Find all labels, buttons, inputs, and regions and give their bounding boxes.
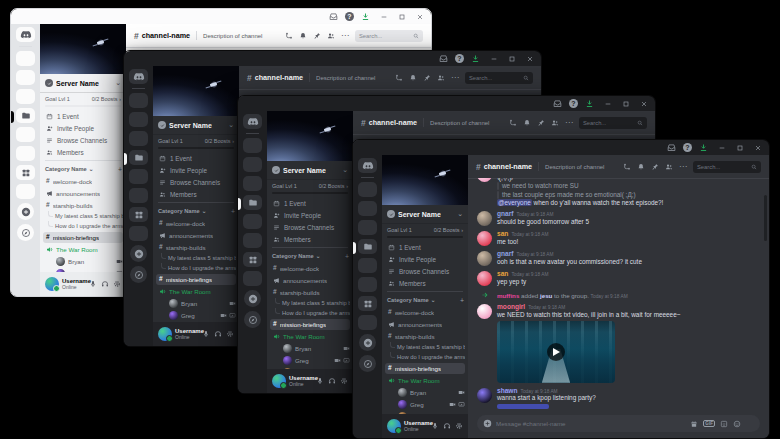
emoji-icon[interactable]: [733, 420, 741, 428]
chat-scrollbar[interactable]: [764, 195, 767, 241]
server-icon[interactable]: [358, 315, 377, 330]
minimize-button[interactable]: [380, 13, 388, 21]
server-icon[interactable]: [129, 131, 148, 146]
channel-welcome-dock[interactable]: #welcome-dock: [156, 218, 236, 229]
notifications-bell-icon[interactable]: [299, 32, 307, 40]
nav-item-members[interactable]: Members: [153, 188, 239, 200]
message-username[interactable]: gnarf: [497, 210, 513, 218]
nav-item-invite-people[interactable]: Invite People: [40, 122, 126, 134]
thread-item[interactable]: How do I upgrade the armor-...: [270, 308, 350, 318]
minimize-button[interactable]: [604, 100, 612, 108]
server-icon[interactable]: [243, 252, 262, 267]
update-icon[interactable]: [699, 143, 708, 152]
server-icon[interactable]: [16, 184, 35, 199]
thread-item[interactable]: My latest class 5 starship bui...: [156, 253, 236, 263]
search-input[interactable]: Search...: [465, 72, 533, 84]
inbox-icon[interactable]: [553, 99, 562, 108]
user-avatar[interactable]: [158, 327, 172, 341]
inbox-icon[interactable]: [667, 143, 676, 152]
message-input-bar[interactable]: Message #channel-name GIF: [477, 415, 760, 432]
search-input[interactable]: Search...: [693, 161, 761, 173]
help-icon[interactable]: ?: [683, 143, 692, 152]
message-username[interactable]: san: [497, 230, 508, 238]
headphones-icon[interactable]: [443, 422, 451, 430]
channel-the-war-room[interactable]: The War Room: [156, 286, 236, 297]
nav-item-browse-channels[interactable]: Browse Channels: [267, 221, 353, 233]
explore-servers-button[interactable]: [130, 266, 147, 283]
attach-plus-icon[interactable]: [483, 419, 492, 428]
help-icon[interactable]: ?: [569, 99, 578, 108]
category-header[interactable]: Category Name ⌄ +: [40, 163, 126, 175]
message-avatar[interactable]: [477, 251, 492, 266]
close-button[interactable]: [416, 13, 424, 21]
boost-goal[interactable]: Goal Lvl 1 0/2 Boosts ›: [267, 179, 353, 197]
message-username[interactable]: shawn: [497, 387, 518, 395]
server-icon[interactable]: [129, 93, 148, 108]
mic-icon[interactable]: [202, 330, 210, 338]
channel-the-war-room[interactable]: The War Room: [385, 375, 465, 386]
gift-icon[interactable]: [690, 420, 698, 428]
create-channel-icon[interactable]: +: [460, 297, 464, 304]
update-icon[interactable]: [361, 12, 370, 21]
notifications-bell-icon[interactable]: [409, 74, 417, 82]
headphones-icon[interactable]: [101, 280, 109, 288]
member-list-icon[interactable]: [665, 163, 673, 171]
channel-starship-builds[interactable]: #starship-builds: [270, 287, 350, 298]
user-avatar[interactable]: [45, 277, 59, 291]
message-username[interactable]: san: [497, 270, 508, 278]
channel-announcements[interactable]: announcements: [43, 188, 123, 199]
minimize-button[interactable]: [490, 55, 498, 63]
settings-gear-icon[interactable]: [113, 280, 121, 288]
pinned-messages-icon[interactable]: [313, 32, 321, 40]
inbox-icon[interactable]: [329, 12, 338, 21]
close-button[interactable]: [640, 100, 648, 108]
channel-welcome-dock[interactable]: #welcome-dock: [43, 176, 123, 187]
update-icon[interactable]: [471, 54, 480, 63]
server-icon[interactable]: [243, 176, 262, 191]
category-header[interactable]: Category Name ⌄ +: [382, 294, 468, 306]
member-list-icon[interactable]: [437, 74, 445, 82]
channel-mission-briefings[interactable]: #mission-briefings: [43, 232, 123, 243]
server-icon[interactable]: [243, 214, 262, 229]
category-header[interactable]: Category Name ⌄ +: [267, 250, 353, 262]
server-folder-button[interactable]: [129, 150, 148, 165]
boost-goal[interactable]: Goal Lvl 1 0/2 Boosts ›: [382, 223, 468, 241]
channel-starship-builds[interactable]: #starship-builds: [385, 331, 465, 342]
notifications-bell-icon[interactable]: [637, 163, 645, 171]
server-icon[interactable]: [16, 70, 35, 85]
server-icon[interactable]: [243, 157, 262, 172]
server-icon[interactable]: [16, 51, 35, 66]
window-titlebar[interactable]: ?: [124, 51, 541, 66]
minimize-button[interactable]: [718, 144, 726, 152]
add-server-button[interactable]: [130, 245, 147, 262]
message-username[interactable]: moongirl: [497, 303, 525, 311]
more-options-icon[interactable]: ⋯: [341, 32, 349, 40]
help-icon[interactable]: ?: [345, 12, 354, 21]
settings-gear-icon[interactable]: [455, 422, 463, 430]
voice-user[interactable]: Bryan: [156, 297, 236, 309]
threads-icon[interactable]: [623, 163, 631, 171]
server-icon[interactable]: [129, 226, 148, 241]
message-avatar[interactable]: [477, 178, 492, 182]
nav-item-members[interactable]: Members: [40, 146, 126, 158]
settings-gear-icon[interactable]: [226, 330, 234, 338]
pinned-messages-icon[interactable]: [651, 163, 659, 171]
notifications-bell-icon[interactable]: [523, 119, 531, 127]
nav-item-browse-channels[interactable]: Browse Channels: [382, 265, 468, 277]
search-input[interactable]: Search...: [355, 30, 423, 42]
thread-item[interactable]: My latest class 5 starship bui...: [385, 342, 465, 352]
mic-icon[interactable]: [89, 280, 97, 288]
boost-goal[interactable]: Goal Lvl 1 0/2 Boosts ›: [40, 92, 126, 110]
voice-user[interactable]: Greg: [270, 354, 350, 366]
create-channel-icon[interactable]: +: [231, 208, 235, 215]
explore-servers-button[interactable]: [17, 224, 34, 241]
create-channel-icon[interactable]: +: [345, 253, 349, 260]
help-icon[interactable]: ?: [455, 54, 464, 63]
user-avatar[interactable]: [387, 419, 401, 433]
nav-item-1-event[interactable]: 1 Event: [153, 152, 239, 164]
channel-starship-builds[interactable]: #starship-builds: [43, 200, 123, 211]
add-server-button[interactable]: [359, 334, 376, 351]
server-icon[interactable]: [16, 89, 35, 104]
voice-user[interactable]: Greg: [385, 398, 465, 410]
server-icon[interactable]: [243, 233, 262, 248]
